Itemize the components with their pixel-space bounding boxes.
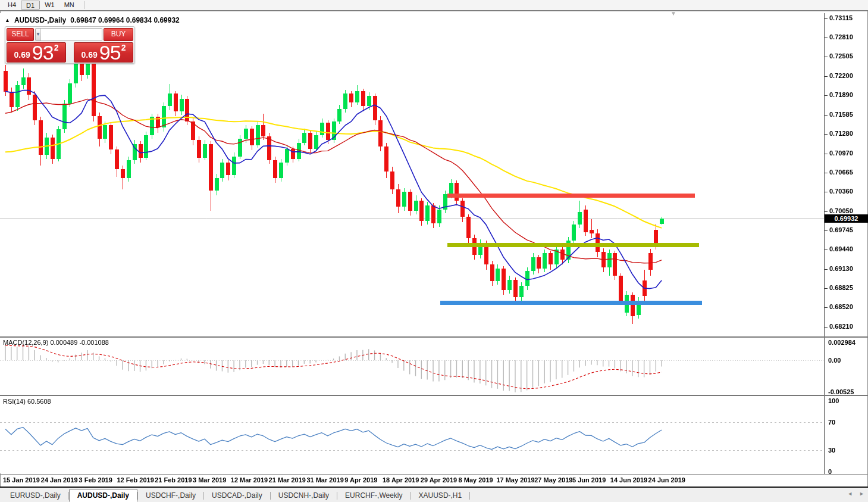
rsi-tick-label: 100 (828, 397, 839, 404)
sell-button[interactable]: SELL (7, 28, 34, 41)
price-tick-label: 0.71280 (829, 130, 853, 137)
price-tick-label: 0.72200 (829, 72, 853, 79)
date-tick-label: 5 Jun 2019 (572, 476, 606, 484)
chart-symbol-label: AUDUSD-,Daily (14, 16, 66, 24)
buy-price-prefix: 0.69 (82, 49, 98, 61)
price-tick-mark (825, 95, 828, 96)
collapse-triangle-icon[interactable]: ▲ (5, 17, 10, 23)
price-tick-mark (825, 173, 828, 173)
price-tick-mark (825, 134, 828, 135)
date-tick-label: 21 Mar 2019 (269, 476, 306, 484)
price-tick-label: 0.70360 (829, 188, 853, 195)
current-price-tag: 0.69932 (825, 214, 868, 223)
chart-tab-audusd[interactable]: AUDUSD-,Daily (69, 489, 137, 502)
rsi-tick-label: 0 (828, 468, 832, 475)
volume-input[interactable] (41, 29, 102, 40)
sell-price-tile[interactable]: 0.69 93 2 (7, 42, 66, 63)
buy-price-pip: 2 (121, 43, 126, 52)
chart-tab-eurchf[interactable]: EURCHF-,Weekly (337, 489, 410, 502)
macd-tick-label: 0.00 (828, 357, 841, 364)
timeframe-button-d1[interactable]: D1 (21, 1, 40, 10)
price-tick-label: 0.73115 (829, 14, 853, 21)
scroll-to-end-icon[interactable]: ▼ (670, 10, 676, 17)
price-tick-mark (825, 57, 828, 57)
price-tick-label: 0.69745 (829, 226, 853, 233)
price-tick-label: 0.70050 (829, 207, 853, 214)
sell-price-big: 93 (32, 44, 54, 61)
buy-button[interactable]: BUY (104, 28, 133, 41)
price-tick-mark (825, 18, 828, 19)
date-tick-label: 29 Apr 2019 (421, 476, 457, 484)
price-tick-label: 0.70970 (829, 149, 853, 157)
date-tick-label: 27 May 2019 (534, 476, 572, 484)
price-tick-label: 0.68210 (829, 323, 853, 330)
date-tick-label: 12 Feb 2019 (117, 476, 153, 484)
date-tick-label: 9 Apr 2019 (344, 476, 377, 484)
macd-label: MACD(12,26,9) 0.000489 -0.001088 (3, 339, 109, 346)
rsi-tick-label: 30 (828, 447, 835, 454)
chart-tab-bar: EURUSD-,DailyAUDUSD-,DailyUSDCHF-,DailyU… (0, 488, 868, 502)
date-tick-label: 24 Jan 2019 (41, 476, 78, 484)
price-tick-label: 0.69130 (829, 265, 853, 272)
price-tick-mark (825, 327, 828, 328)
chart-title: ▲ AUDUSD-,Daily 0.69847 0.69964 0.69834 … (5, 16, 180, 24)
price-tick-label: 0.71585 (829, 111, 853, 118)
date-tick-label: 18 Apr 2019 (383, 476, 419, 484)
price-tick-mark (825, 115, 828, 116)
macd-indicator-area[interactable] (0, 338, 824, 395)
tab-scroll-left-icon[interactable]: ◄ (847, 491, 853, 497)
one-click-trading-panel: SELL ▼ ▲ BUY 0.69 93 2 0.69 95 2 (5, 26, 135, 64)
price-tick-mark (825, 76, 828, 77)
price-tick-mark (825, 269, 828, 270)
price-tick-label: 0.70665 (829, 169, 853, 176)
price-tick-mark (825, 250, 828, 250)
price-tick-mark (825, 288, 828, 289)
buy-price-tile[interactable]: 0.69 95 2 (74, 42, 133, 63)
volume-stepper: ▼ ▲ (35, 28, 102, 41)
date-tick-label: 31 Mar 2019 (306, 476, 343, 484)
price-tick-label: 0.72505 (829, 52, 853, 60)
chart-tab-xauusd[interactable]: XAUUSD-,H1 (411, 489, 470, 502)
price-scale-separator (824, 13, 825, 475)
date-tick-label: 24 Jun 2019 (648, 476, 685, 484)
timeframe-button-mn[interactable]: MN (59, 1, 79, 10)
date-tick-label: 12 Mar 2019 (231, 476, 268, 484)
volume-decrease-icon[interactable]: ▼ (36, 29, 41, 40)
rsi-label: RSI(14) 60.5608 (3, 398, 51, 405)
sell-price-prefix: 0.69 (14, 49, 30, 61)
macd-tick-label: 0.002984 (828, 339, 856, 346)
price-tick-label: 0.71890 (829, 91, 853, 98)
chart-tab-usdcnh[interactable]: USDCNH-,Daily (271, 489, 337, 502)
date-tick-label: 21 Feb 2019 (155, 476, 192, 484)
chart-tab-usdcad[interactable]: USDCAD-,Daily (204, 489, 270, 502)
date-tick-label: 3 Feb 2019 (79, 476, 112, 484)
macd-tick-label: -0.00525 (828, 388, 854, 395)
price-tick-mark (825, 307, 828, 308)
rsi-tick-label: 70 (828, 419, 835, 426)
sell-price-pip: 2 (54, 43, 59, 52)
rsi-indicator-area[interactable] (0, 396, 824, 473)
window-frame-top (0, 10, 868, 11)
tab-scroll-right-icon[interactable]: ► (859, 491, 864, 497)
pane-separator-rsi[interactable] (0, 395, 868, 396)
timeframe-button-h4[interactable]: H4 (3, 1, 21, 10)
price-tick-mark (825, 38, 828, 38)
date-tick-label: 17 May 2019 (496, 476, 534, 484)
price-tick-mark (825, 192, 828, 192)
timeframe-button-w1[interactable]: W1 (40, 1, 59, 10)
chart-tab-eurusd[interactable]: EURUSD-,Daily (2, 489, 68, 502)
price-tick-mark (825, 154, 828, 154)
price-tick-label: 0.68520 (829, 303, 853, 310)
buy-price-big: 95 (99, 44, 121, 61)
chart-ohlc-values: 0.69847 0.69964 0.69834 0.69932 (70, 16, 180, 24)
price-tick-label: 0.68825 (829, 284, 853, 291)
price-tick-mark (825, 211, 828, 212)
price-tick-label: 0.69440 (829, 245, 853, 252)
timeframe-toolbar: H4D1W1MN (0, 0, 868, 10)
date-tick-label: 8 May 2019 (459, 476, 493, 484)
tab-scroll-arrows: ◄ ► (847, 491, 864, 497)
pane-separator-macd[interactable] (0, 336, 868, 338)
price-tick-label: 0.72810 (829, 33, 853, 40)
price-tick-mark (825, 230, 828, 231)
chart-tab-usdchf[interactable]: USDCHF-,Daily (138, 489, 203, 502)
